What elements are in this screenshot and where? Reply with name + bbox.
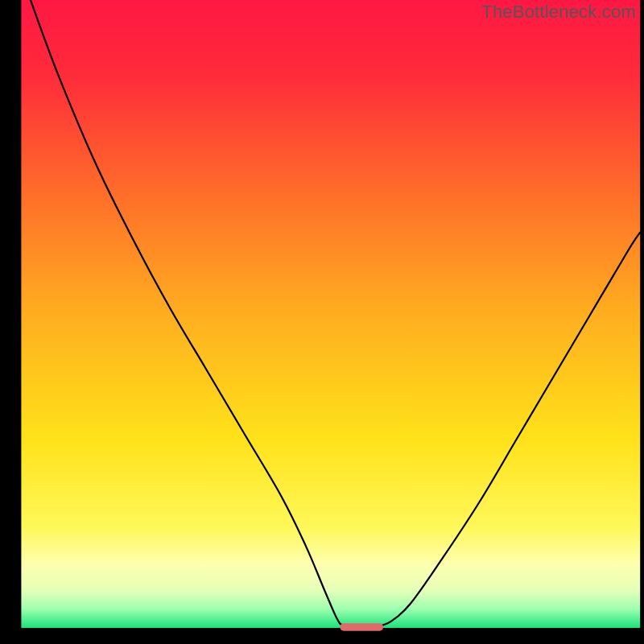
optimal-marker	[340, 623, 383, 630]
bottleneck-chart	[0, 0, 644, 644]
chart-frame: TheBottleneck.com	[0, 0, 644, 644]
plot-background	[21, 0, 640, 628]
watermark-text: TheBottleneck.com	[481, 2, 636, 23]
